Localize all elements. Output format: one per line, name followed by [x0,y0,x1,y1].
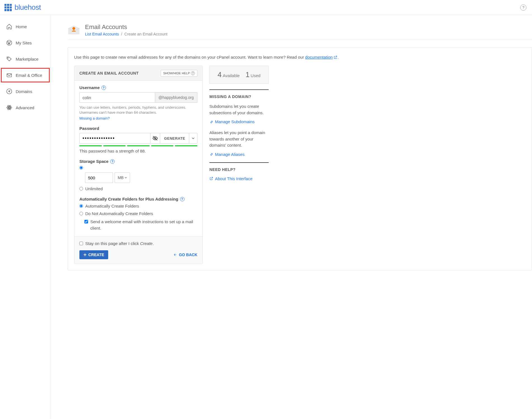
main-content: Email Accounts List Email Accounts / Cre… [51,15,532,419]
breadcrumb: List Email Accounts / Create an Email Ac… [85,32,167,36]
breadcrumb-link[interactable]: List Email Accounts [85,32,119,36]
help-icon[interactable]: ? [520,4,526,11]
documentation-link[interactable]: documentation [305,55,333,59]
plus-icon [83,253,87,256]
password-input[interactable] [79,133,150,144]
stat-used-label: Used [251,73,261,78]
create-account-panel: CREATE AN EMAIL ACCOUNT SHOW/HIDE HELP ?… [74,66,203,264]
stat-used-num: 1 [245,70,249,79]
svg-point-4 [9,107,10,108]
username-label: Username ? [79,85,197,90]
panel-footer: Stay on this page after I click Create. … [74,236,202,264]
stats-card: 4Available 1Used [209,66,269,84]
welcome-email-label: Send a welcome email with instructions t… [90,219,197,231]
manage-aliases-link[interactable]: Manage Aliases [209,152,269,157]
sidebar-item-label: Email & Office [16,73,42,78]
username-hint: You can use letters, numbers, periods, h… [79,105,197,115]
panel-header: CREATE AN EMAIL ACCOUNT SHOW/HIDE HELP ? [74,66,202,81]
storage-label: Storage Space ? [79,159,197,164]
storage-custom-radio[interactable] [79,166,83,170]
page-header: Email Accounts List Email Accounts / Cre… [68,23,532,36]
missing-domain-link[interactable]: Missing a domain? [79,116,110,120]
svg-rect-2 [7,74,12,77]
chevron-down-icon [192,137,195,140]
content-card: Use this page to create new email addres… [68,47,532,270]
sidebar-item-label: Domains [16,89,32,94]
storage-unlimited-radio[interactable] [79,187,83,191]
plus-noauto-radio[interactable] [79,212,83,215]
wrench-icon [209,152,213,156]
external-link-icon [334,55,337,59]
plus-addressing-label: Automatically Create Folders for Plus Ad… [79,197,197,201]
show-hide-help-button[interactable]: SHOW/HIDE HELP ? [161,70,197,77]
sidebar-item-advanced[interactable]: Advanced [0,99,51,116]
plus-auto-label: Automatically Create Folders [85,204,139,208]
username-input[interactable] [79,92,155,103]
panel-title: CREATE AN EMAIL ACCOUNT [79,71,139,75]
plus-noauto-label: Do Not Automatically Create Folders [85,211,153,216]
create-button[interactable]: CREATE [79,250,108,259]
sidebar-item-email-office[interactable]: Email & Office [0,67,51,83]
password-strength-bars [79,145,197,146]
svg-point-0 [7,40,12,45]
sidebar-item-label: Marketplace [16,57,39,61]
unlimited-label: Unlimited [85,186,103,191]
wordpress-icon [6,40,12,46]
subdomain-text: Subdomains let you create subsections of… [209,103,269,116]
sidebar-item-home[interactable]: Home [0,18,51,35]
breadcrumb-current: Create an Email Account [124,32,167,36]
sidebar-item-domains[interactable]: Domains [0,83,51,99]
sidebar-item-label: Home [16,24,27,29]
sidebar-item-marketplace[interactable]: Marketplace [0,51,51,67]
compass-icon [6,88,12,94]
password-label: Password [79,126,197,131]
top-bar: bluehost ? [0,0,532,15]
sidebar-item-label: My Sites [16,41,32,45]
svg-point-1 [8,58,8,58]
stay-on-page-checkbox[interactable] [79,242,83,245]
svg-point-3 [7,89,12,94]
eye-off-icon [152,135,158,141]
stat-available-label: Available [223,73,240,78]
help-icon[interactable]: ? [110,159,115,164]
arrow-left-icon [173,253,177,257]
alias-text: Aliases let you point a domain towards a… [209,130,269,149]
help-icon[interactable]: ? [180,197,185,201]
svg-point-5 [7,106,12,108]
generate-password-button[interactable]: GENERATE [160,133,189,144]
bluehost-logo-icon[interactable] [4,4,12,11]
domain-suffix: @happybluedog.org [155,92,197,103]
help-icon: ? [191,71,195,75]
missing-domain-heading: MISSING A DOMAIN? [209,94,269,99]
tag-icon [6,56,12,62]
need-help-heading: NEED HELP? [209,167,269,172]
stat-available-num: 4 [217,70,221,79]
go-back-button[interactable]: GO BACK [173,253,197,257]
storage-unit-select[interactable]: MB [115,172,130,183]
house-icon [6,23,12,30]
atom-icon [6,104,12,111]
side-column: 4Available 1Used MISSING A DOMAIN? Subdo… [209,66,269,187]
generate-options-button[interactable] [189,133,197,144]
brand-name[interactable]: bluehost [15,3,41,12]
help-icon[interactable]: ? [101,85,106,90]
sidebar: Home My Sites Marketplace Email & Office… [0,15,51,419]
svg-point-8 [72,27,75,30]
wrench-icon [209,120,213,124]
toggle-password-button[interactable] [150,133,160,144]
chevron-down-icon [125,177,127,179]
password-strength-text: This password has a strength of 88. [79,149,197,153]
sidebar-item-mysites[interactable]: My Sites [0,35,51,51]
storage-amount-input[interactable] [85,172,113,183]
page-title: Email Accounts [85,23,167,31]
about-interface-link[interactable]: About This Interface [209,176,269,181]
manage-subdomains-link[interactable]: Manage Subdomains [209,119,269,124]
intro-text: Use this page to create new email addres… [74,55,526,59]
plus-auto-radio[interactable] [79,204,83,208]
envelope-icon [6,72,12,78]
sidebar-item-label: Advanced [16,105,34,110]
external-link-icon [209,177,213,180]
email-accounts-icon [68,24,80,35]
welcome-email-checkbox[interactable] [84,220,88,223]
